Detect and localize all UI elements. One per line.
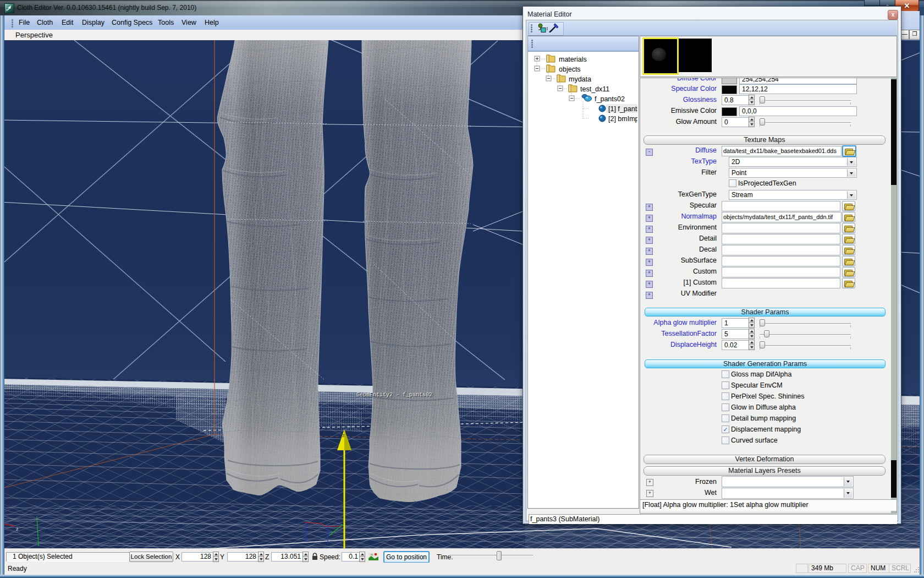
svg-text:z: z [342, 433, 345, 438]
svg-text:[2] bmImp: [2] bmImp [608, 115, 637, 123]
svg-text:[1] f_pants: [1] f_pants [608, 105, 637, 113]
svg-text:mydata: mydata [569, 75, 591, 83]
svg-text:z: z [16, 526, 19, 532]
svg-text:test_dx11: test_dx11 [580, 85, 609, 93]
svg-text:GeomEntity2 - f_pants02: GeomEntity2 - f_pants02 [356, 392, 432, 398]
svg-text:objects: objects [559, 66, 581, 73]
svg-text:materials: materials [559, 56, 587, 63]
svg-text:f_pants02: f_pants02 [595, 95, 625, 103]
